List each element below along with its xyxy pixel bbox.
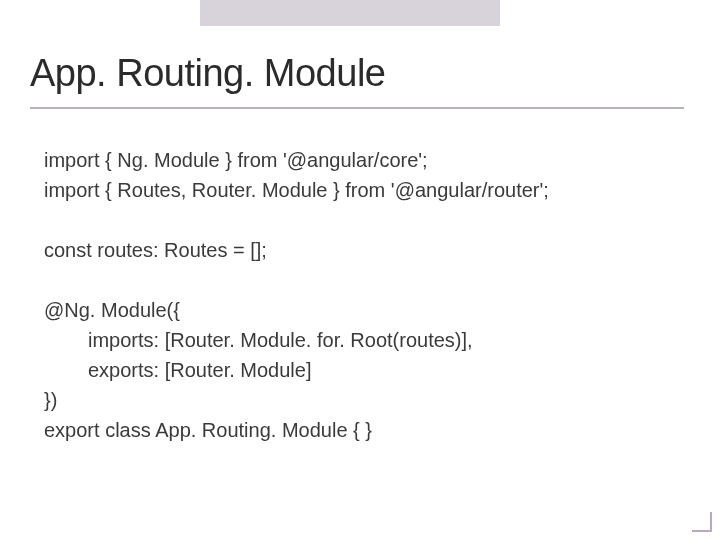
slide-title: App. Routing. Module bbox=[30, 52, 690, 95]
code-line: const routes: Routes = []; bbox=[44, 235, 690, 265]
corner-accent-icon bbox=[692, 512, 712, 532]
title-underline bbox=[30, 107, 684, 109]
code-line: }) bbox=[44, 385, 690, 415]
code-line: imports: [Router. Module. for. Root(rout… bbox=[44, 325, 690, 355]
blank-line bbox=[44, 205, 690, 235]
code-line: export class App. Routing. Module { } bbox=[44, 415, 690, 445]
slide-title-placeholder-bar bbox=[200, 0, 500, 26]
code-block: import { Ng. Module } from '@angular/cor… bbox=[30, 145, 690, 445]
code-line: import { Ng. Module } from '@angular/cor… bbox=[44, 145, 690, 175]
code-line: exports: [Router. Module] bbox=[44, 355, 690, 385]
blank-line bbox=[44, 265, 690, 295]
code-line: import { Routes, Router. Module } from '… bbox=[44, 175, 690, 205]
slide-content: App. Routing. Module import { Ng. Module… bbox=[0, 0, 720, 445]
code-line: @Ng. Module({ bbox=[44, 295, 690, 325]
